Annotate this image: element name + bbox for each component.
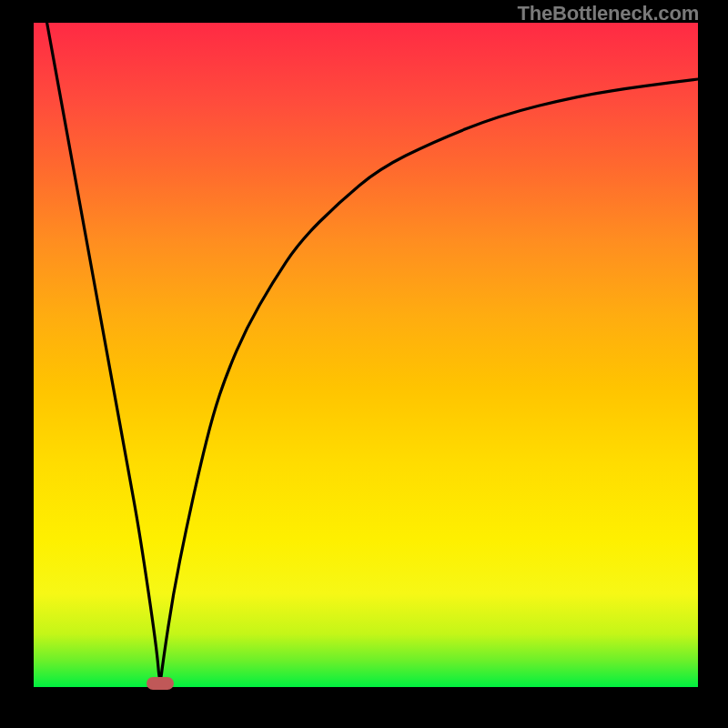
min-marker <box>147 677 174 690</box>
curve-svg <box>34 23 698 687</box>
plot-area <box>34 23 698 687</box>
watermark-text: TheBottleneck.com <box>517 2 699 25</box>
curve-line <box>47 23 698 679</box>
chart-frame: TheBottleneck.com <box>0 0 728 728</box>
